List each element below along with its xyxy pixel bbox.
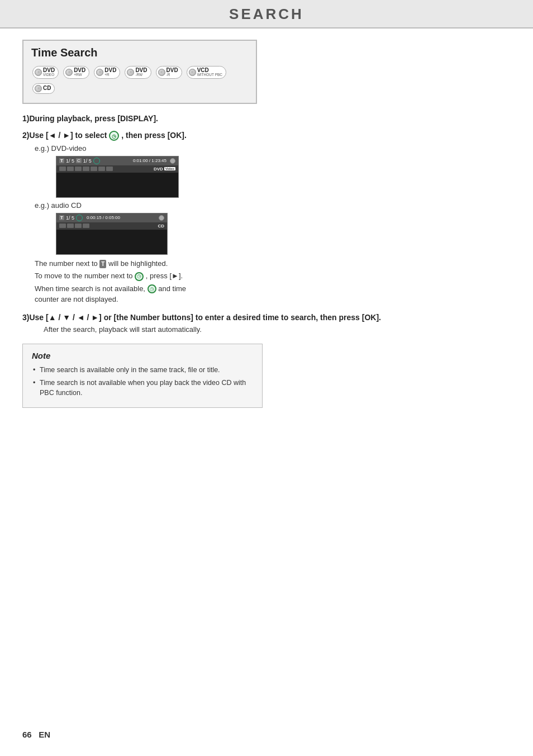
- cd-screen-icon-2: [67, 224, 74, 228]
- dvd-clock-icon: [93, 158, 100, 164]
- screen-icon-1: [59, 167, 66, 171]
- step3: 3)Use [▲ / ▼ / ◄ / ►] or [the Number but…: [22, 313, 511, 334]
- cd-dot-icon: [159, 215, 164, 221]
- cd-track-info: 1/ 5: [66, 215, 74, 221]
- badge-dvd-r-plus: DVD +R: [94, 66, 120, 79]
- dvd-screen-icons-row: DVD Video: [56, 165, 178, 173]
- cd-screen-icon-4: [83, 224, 89, 228]
- disc-icon: [158, 69, 165, 76]
- screen-icon-6: [98, 167, 105, 171]
- dvd-time-display: 0:01:00 / 1:23:45: [133, 158, 166, 163]
- content-area: Time Search DVD VIDEO DVD +RW DV: [0, 28, 533, 425]
- dvd-format-label: DVD: [154, 167, 163, 172]
- time-search-box: Time Search DVD VIDEO DVD +RW DV: [22, 40, 257, 104]
- step2-label: 2)Use [◄ / ►] to select ◷ , then press […: [22, 131, 511, 141]
- clock-icon-inline: ◷: [135, 272, 144, 281]
- step2-example2-label: e.g.) audio CD: [35, 201, 511, 210]
- step2-note3: When time search is not available, ◷ and…: [35, 283, 511, 305]
- badge-dvd-r-minus: DVD -R: [156, 66, 182, 79]
- step2-example1-label: e.g.) DVD-video: [35, 144, 511, 153]
- clock-icon-inline2: ◷: [147, 284, 156, 293]
- page-lang: EN: [39, 730, 50, 739]
- page-footer: 66 EN: [22, 730, 50, 739]
- cd-screen-icons-row: CD: [56, 222, 167, 230]
- t-icon: T: [59, 158, 64, 163]
- note-item-2: Time search is not available when you pl…: [32, 378, 253, 398]
- section-title: Time Search: [31, 46, 248, 59]
- header-title: SEARCH: [229, 6, 304, 22]
- note-item-1: Time search is available only in the sam…: [32, 365, 253, 375]
- badge-sublabel: -RW: [135, 73, 147, 77]
- badge-sublabel: WITHOUT PBC: [197, 73, 222, 77]
- badge-dvd-rw-minus: DVD -RW: [125, 66, 151, 79]
- screen-icon-7: [106, 167, 113, 171]
- cd-screen-mockup: T 1/ 5 0:00:15 / 0:05:00 CD: [56, 213, 168, 255]
- page-number: 66: [22, 730, 32, 739]
- cd-clock-icon: [76, 215, 83, 221]
- note-box: Note Time search is available only in th…: [22, 344, 263, 408]
- dvd-track-info: 1/ 5: [66, 158, 74, 164]
- step2: 2)Use [◄ / ►] to select ◷ , then press […: [22, 131, 511, 305]
- screen-icon-3: [75, 167, 82, 171]
- cd-screen-icon-3: [75, 224, 82, 228]
- step2-number: 2): [22, 131, 29, 140]
- step3-sub: After the search, playback will start au…: [44, 325, 511, 334]
- step1: 1)During playback, press [DISPLAY].: [22, 114, 511, 123]
- t-icon-inline: T: [99, 260, 106, 268]
- step2-note1: The number next to T will be highlighted…: [35, 258, 511, 269]
- dvd-screen-top-bar: T 1/ 5 C 1/ 5 0:01:00 / 1:23:45: [56, 156, 178, 165]
- badge-dvd-rw-plus: DVD +RW: [63, 66, 89, 79]
- dvd-screen-body: [56, 173, 178, 197]
- cd-time-display: 0:00:15 / 0:05:00: [87, 215, 120, 220]
- screen-icon-5: [91, 167, 97, 171]
- badge-label: CD: [43, 85, 51, 91]
- step3-number: 3): [22, 313, 29, 322]
- dvd-dot-icon: [170, 158, 175, 164]
- step1-number: 1): [22, 114, 29, 123]
- disc-icon: [189, 69, 196, 76]
- cd-screen-icon-1: [59, 224, 66, 228]
- disc-icon: [35, 69, 42, 76]
- cd-screen-top-bar: T 1/ 5 0:00:15 / 0:05:00: [56, 213, 167, 222]
- step3-text: Use [▲ / ▼ / ◄ / ►] or [the Number butto…: [29, 313, 381, 322]
- cd-t-icon: T: [59, 215, 64, 220]
- page-header: SEARCH: [0, 0, 533, 28]
- dvd-chapter-info: 1/ 5: [83, 158, 92, 164]
- screen-icon-4: [83, 167, 89, 171]
- disc-icon: [65, 69, 73, 76]
- dvd-video-label: Video: [164, 167, 175, 170]
- step3-label: 3)Use [▲ / ▼ / ◄ / ►] or [the Number but…: [22, 313, 511, 322]
- badge-vcd: VCD WITHOUT PBC: [187, 66, 226, 79]
- disc-icon: [96, 69, 103, 76]
- badge-sublabel: -R: [166, 73, 178, 77]
- badge-cd: CD: [32, 83, 55, 94]
- disc-icon: [35, 85, 42, 92]
- badge-sublabel: VIDEO: [43, 73, 55, 77]
- c-icon: C: [76, 158, 82, 163]
- disc-icon: [127, 69, 134, 76]
- format-badges: DVD VIDEO DVD +RW DVD +R: [31, 65, 248, 80]
- badge-dvd-video: DVD VIDEO: [32, 66, 59, 79]
- clock-select-icon: ◷: [109, 131, 119, 141]
- dvd-screen-mockup: T 1/ 5 C 1/ 5 0:01:00 / 1:23:45 DVD Vide…: [56, 156, 179, 198]
- badge-sublabel: +R: [104, 73, 116, 77]
- cd-screen-body: [56, 230, 167, 254]
- badge-sublabel: +RW: [74, 73, 85, 77]
- step1-text: During playback, press [DISPLAY].: [29, 114, 158, 123]
- step1-label: 1)During playback, press [DISPLAY].: [22, 114, 511, 123]
- screen-icon-2: [67, 167, 74, 171]
- step2-note2: To move to the number next to ◷ , press …: [35, 270, 511, 282]
- note-title: Note: [32, 351, 253, 360]
- cd-format-label: CD: [158, 224, 164, 229]
